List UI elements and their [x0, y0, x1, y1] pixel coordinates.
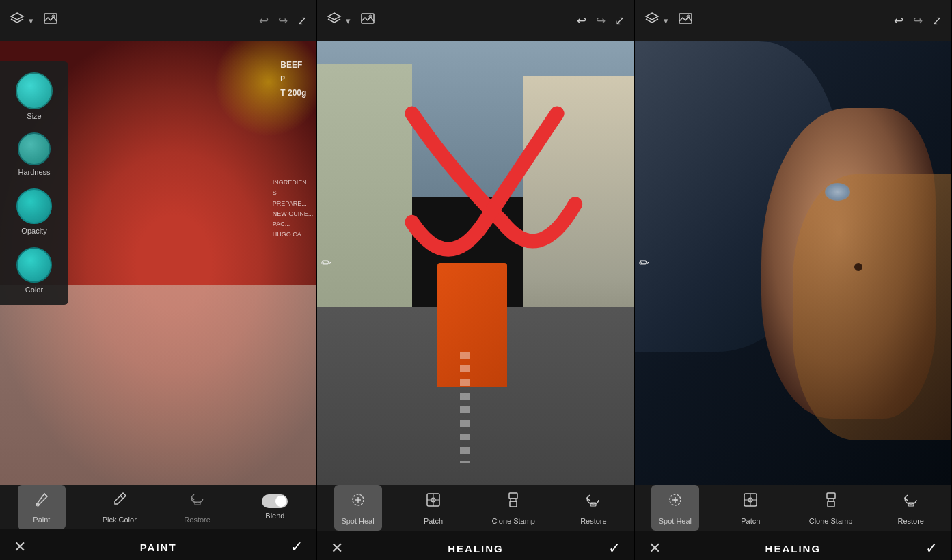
tool-spot-heal-h2[interactable]: Spot Heal: [651, 485, 699, 531]
tool-pick-color[interactable]: Pick Color: [96, 485, 144, 529]
spot-heal-label-h2: Spot Heal: [659, 517, 692, 525]
can-text-beef: BEEF: [280, 60, 302, 70]
svg-marker-6: [328, 13, 340, 20]
pick-color-icon: [111, 490, 128, 512]
redo-icon-h1[interactable]: ↪: [596, 14, 606, 28]
layers-chevron[interactable]: ▾: [29, 16, 33, 26]
tool-spot-heal-h1[interactable]: Spot Heal: [334, 485, 382, 531]
size-control[interactable]: Size: [16, 68, 53, 124]
tool-buttons-h2: Spot Heal Patch: [635, 485, 951, 531]
spot-heal-icon-h1: [349, 490, 368, 514]
tool-blend[interactable]: Blend: [251, 489, 299, 525]
hardness-control[interactable]: Hardness: [18, 128, 51, 180]
restore-label-paint: Restore: [184, 516, 210, 524]
blend-toggle[interactable]: [262, 494, 288, 508]
spot-heal-label-h1: Spot Heal: [341, 517, 374, 525]
close-icon-h2[interactable]: ✕: [649, 540, 661, 557]
tool-restore-h1[interactable]: Restore: [569, 485, 617, 531]
toolbar-left: ▾: [10, 12, 58, 30]
blend-label: Blend: [265, 512, 284, 520]
tool-patch-h1[interactable]: Patch: [409, 485, 457, 531]
pencil-icon-h1[interactable]: ✏: [321, 255, 331, 270]
side-panel: Size Hardness Opacity Color: [0, 61, 68, 305]
layers-icon-h1[interactable]: [327, 12, 342, 30]
graffiti-overlay: [317, 41, 634, 485]
image-icon-h1[interactable]: [360, 12, 375, 30]
svg-rect-32: [827, 493, 835, 499]
check-icon-paint[interactable]: ✓: [290, 538, 303, 556]
bottom-bar-h1: Spot Heal Patch: [317, 485, 634, 560]
patch-icon-h2: [741, 490, 760, 514]
color-circle[interactable]: [16, 247, 52, 283]
action-title-h1: HEALING: [448, 543, 504, 555]
check-icon-h2[interactable]: ✓: [925, 540, 938, 557]
undo-icon[interactable]: ↩: [259, 14, 269, 28]
toolbar-left-h2: ▾: [644, 12, 693, 30]
layers-chevron-h1[interactable]: ▾: [346, 16, 351, 26]
toolbar-right-h2: ↩ ↪ ⤢: [894, 14, 942, 28]
size-label: Size: [27, 112, 41, 120]
action-title-paint: PAINT: [140, 542, 177, 553]
toolbar-healing-2: ▾ ↩ ↪ ⤢: [635, 0, 951, 41]
pencil-icon-h2[interactable]: ✏: [639, 255, 649, 270]
paint-image-area[interactable]: BEEF P T 200g INGREDIEN...SPREPARE...NEW…: [0, 41, 316, 485]
toolbar-right: ↩ ↪ ⤢: [259, 14, 307, 28]
close-icon-h1[interactable]: ✕: [331, 540, 343, 557]
restore-label-h1: Restore: [580, 517, 607, 525]
pick-color-label: Pick Color: [103, 516, 137, 524]
close-icon-paint[interactable]: ✕: [14, 538, 26, 556]
healing-2-image-area[interactable]: ✏: [635, 41, 951, 485]
opacity-control[interactable]: Opacity: [16, 184, 52, 239]
toolbar-right-h1: ↩ ↪ ⤢: [577, 14, 625, 28]
panel-healing-2: ▾ ↩ ↪ ⤢: [635, 0, 952, 560]
layers-icon-h2[interactable]: [644, 12, 659, 30]
bottom-bar-h2: Spot Heal Patch: [635, 485, 951, 560]
svg-point-12: [357, 499, 359, 501]
patch-label-h2: Patch: [741, 517, 760, 525]
tool-buttons-paint: Paint Pick Color: [0, 485, 316, 529]
can-text-weight: T 200g: [280, 88, 306, 98]
image-icon-h2[interactable]: [678, 12, 693, 30]
tool-restore-h2[interactable]: Restore: [887, 485, 935, 531]
restore-icon-paint: [189, 490, 206, 512]
panel-healing-1: ▾ ↩ ↪ ⤢: [317, 0, 634, 560]
healing-1-image-area[interactable]: ✏: [317, 41, 634, 485]
layers-chevron-h2[interactable]: ▾: [664, 16, 668, 26]
hardness-label: Hardness: [18, 168, 50, 176]
svg-marker-0: [11, 13, 23, 20]
undo-icon-h1[interactable]: ↩: [577, 14, 586, 28]
tool-patch-h2[interactable]: Patch: [726, 485, 774, 531]
hardness-circle[interactable]: [18, 132, 51, 165]
expand-icon-h2[interactable]: ⤢: [932, 14, 942, 28]
action-bar-paint: ✕ PAINT ✓: [0, 529, 316, 560]
tool-buttons-h1: Spot Heal Patch: [317, 485, 634, 531]
layers-icon[interactable]: [10, 12, 25, 30]
tool-clone-stamp-h2[interactable]: Clone Stamp: [802, 485, 860, 531]
restore-icon-h2: [901, 490, 921, 514]
expand-icon-h1[interactable]: ⤢: [615, 14, 625, 28]
opacity-circle[interactable]: [16, 188, 52, 224]
clone-stamp-icon-h1: [504, 490, 523, 514]
size-circle[interactable]: [16, 72, 53, 109]
undo-icon-h2[interactable]: ↩: [894, 14, 903, 28]
tool-restore-paint[interactable]: Restore: [174, 485, 221, 529]
tool-clone-stamp-h1[interactable]: Clone Stamp: [485, 485, 542, 531]
redo-icon-h2[interactable]: ↪: [913, 14, 923, 28]
check-icon-h1[interactable]: ✓: [608, 540, 621, 557]
color-control[interactable]: Color: [16, 243, 52, 298]
bottom-bar-paint: Paint Pick Color: [0, 485, 316, 560]
action-bar-h1: ✕ HEALING ✓: [317, 531, 634, 560]
expand-icon[interactable]: ⤢: [297, 14, 307, 28]
can-text-ingredients: INGREDIEN...SPREPARE...NEW GUINE...PAC..…: [273, 179, 314, 238]
action-title-h2: HEALING: [765, 543, 821, 555]
toolbar-paint: ▾ ↩ ↪ ⤢: [0, 0, 316, 41]
panel-paint: ▾ ↩ ↪ ⤢ BEEF P T: [0, 0, 317, 560]
tool-paint[interactable]: Paint: [18, 485, 66, 529]
svg-rect-34: [828, 501, 834, 507]
image-icon[interactable]: [43, 12, 58, 30]
toolbar-healing-1: ▾ ↩ ↪ ⤢: [317, 0, 634, 41]
action-bar-h2: ✕ HEALING ✓: [635, 531, 951, 560]
redo-icon[interactable]: ↪: [278, 14, 288, 28]
patch-label-h1: Patch: [424, 517, 443, 525]
svg-rect-19: [510, 501, 517, 507]
